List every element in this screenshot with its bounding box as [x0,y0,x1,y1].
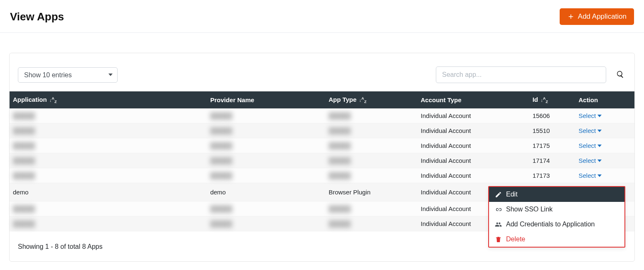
chevron-down-icon [597,145,602,147]
trash-icon [495,236,502,243]
select-label: Select [578,112,596,119]
link-icon [495,206,502,213]
add-application-button[interactable]: Add Application [560,8,634,25]
action-cell: Select [575,108,634,123]
dropdown-delete[interactable]: Delete [489,232,624,247]
dropdown-sso-link[interactable]: Show SSO Link [489,202,624,217]
account-type-cell: Individual Account [418,108,529,123]
table-cell: █████ [10,168,207,183]
table-row: ███████████████Individual Account15510Se… [10,123,634,138]
select-action-button[interactable]: Select [578,157,602,164]
entries-select[interactable]: Show 10 entries [18,67,118,83]
table-cell: demo [207,183,325,201]
select-action-button[interactable]: Select [578,112,602,119]
search-icon [616,70,624,79]
table-cell: █████ [10,108,207,123]
chevron-down-icon [597,130,602,132]
table-row: ███████████████Individual Account15606Se… [10,108,634,123]
id-cell: 15606 [529,108,575,123]
select-label: Select [578,157,596,164]
select-action-button[interactable]: Select [578,127,602,134]
table-cell: █████ [207,201,325,216]
apps-card: Show 10 entries Application ↓AZ Provider… [9,53,635,262]
table-cell: █████ [325,138,418,153]
dropdown-add-credentials[interactable]: Add Credentials to Application [489,217,624,232]
chevron-down-icon [597,115,602,117]
account-type-cell: Individual Account [418,138,529,153]
col-provider[interactable]: Provider Name [207,91,325,108]
id-cell: 15510 [529,123,575,138]
action-cell: Select [575,138,634,153]
table-cell: █████ [207,123,325,138]
id-cell: 17175 [529,138,575,153]
action-cell: Select [575,123,634,138]
select-label: Select [578,127,596,134]
col-action: Action [575,91,634,108]
table-cell: █████ [325,168,418,183]
table-cell: █████ [325,216,418,231]
table-cell: █████ [207,168,325,183]
sort-icon: ↓AZ [541,98,548,103]
search-button[interactable] [615,69,626,81]
table-cell: █████ [325,201,418,216]
plus-icon [567,13,575,20]
sort-icon: ↓AZ [49,98,57,103]
table-cell: █████ [207,153,325,168]
table-cell: █████ [10,216,207,231]
action-cell: Select [575,153,634,168]
col-application[interactable]: Application ↓AZ [10,91,207,108]
col-id[interactable]: Id ↓AZ [529,91,575,108]
add-application-label: Add Application [578,12,627,21]
chevron-down-icon [597,174,602,177]
select-action-button[interactable]: Select [578,142,602,149]
id-cell: 17173 [529,168,575,183]
table-row: ███████████████Individual Account17174Se… [10,153,634,168]
select-label: Select [578,172,596,179]
table-cell: █████ [10,138,207,153]
account-type-cell: Individual Account [418,153,529,168]
page-title: View Apps [10,10,64,23]
table-cell: █████ [325,123,418,138]
col-app-type[interactable]: App Type ↓AZ [325,91,418,108]
account-type-cell: Individual Account [418,123,529,138]
table-cell: █████ [325,108,418,123]
search-input[interactable] [436,66,606,83]
table-cell: Browser Plugin [325,183,418,201]
col-account-type[interactable]: Account Type [418,91,529,108]
table-cell: █████ [10,153,207,168]
table-cell: █████ [10,123,207,138]
dropdown-edit[interactable]: Edit [489,187,624,202]
action-cell: Select [575,168,634,183]
table-cell: █████ [207,138,325,153]
account-type-cell: Individual Account [418,168,529,183]
table-cell: █████ [207,108,325,123]
select-action-button[interactable]: Select [578,172,602,179]
table-cell: █████ [10,201,207,216]
table-cell: █████ [207,216,325,231]
table-cell: demo [10,183,207,201]
chevron-down-icon [597,160,602,162]
sort-icon: ↓AZ [359,98,366,103]
table-row: ███████████████Individual Account17175Se… [10,138,634,153]
action-dropdown: Edit Show SSO Link Add Credentials to Ap… [488,186,625,248]
id-cell: 17174 [529,153,575,168]
table-row: ███████████████Individual Account17173Se… [10,168,634,183]
select-label: Select [578,142,596,149]
users-icon [495,221,502,228]
edit-icon [495,191,502,198]
table-cell: █████ [325,153,418,168]
